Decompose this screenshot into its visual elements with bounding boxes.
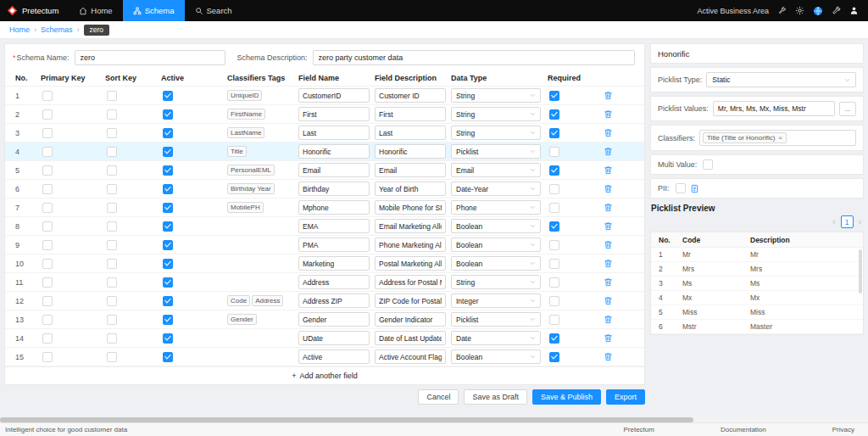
data-type-select[interactable]: String [451, 88, 541, 103]
preview-row[interactable]: 2 Mrs Mrs [651, 262, 863, 277]
field-name-input[interactable] [298, 219, 370, 233]
sort-key-checkbox[interactable] [107, 165, 117, 176]
active-checkbox[interactable] [163, 165, 173, 176]
remove-tag-icon[interactable]: × [778, 134, 782, 142]
active-checkbox[interactable] [163, 240, 173, 250]
delete-row-icon[interactable] [604, 240, 629, 249]
active-checkbox[interactable] [163, 109, 173, 120]
field-row[interactable]: 10 Boolean [5, 254, 644, 273]
pii-details-icon[interactable] [690, 184, 699, 193]
user-icon[interactable] [849, 6, 859, 15]
multi-value-checkbox[interactable] [703, 159, 713, 170]
sort-key-checkbox[interactable] [107, 147, 117, 157]
sort-key-checkbox[interactable] [107, 109, 117, 120]
field-row[interactable]: 4 Title Picklist [5, 143, 644, 161]
data-type-select[interactable]: Boolean [451, 238, 541, 252]
field-description-input[interactable] [375, 331, 446, 345]
active-checkbox[interactable] [163, 128, 173, 138]
field-description-input[interactable] [375, 275, 446, 289]
data-type-select[interactable]: Date-Year [451, 182, 541, 196]
picklist-type-select[interactable]: Static [706, 72, 856, 87]
field-description-input[interactable] [375, 182, 446, 196]
pagination-prev-icon[interactable]: ‹ [832, 217, 835, 226]
delete-row-icon[interactable] [604, 109, 629, 119]
required-checkbox[interactable] [549, 91, 559, 101]
field-description-input[interactable] [375, 293, 446, 308]
pii-checkbox[interactable] [676, 183, 686, 193]
required-checkbox[interactable] [549, 352, 559, 362]
delete-row-icon[interactable] [604, 352, 629, 361]
preview-scrollbar-thumb[interactable] [859, 249, 862, 293]
required-checkbox[interactable] [549, 259, 559, 269]
save-publish-button[interactable]: Save & Publish [532, 389, 601, 405]
field-name-input[interactable] [298, 144, 370, 159]
data-type-select[interactable]: String [451, 107, 541, 121]
field-row[interactable]: 1 UniqueID String [5, 87, 644, 105]
field-row[interactable]: 5 PersonalEML Email [5, 161, 644, 180]
sort-key-checkbox[interactable] [107, 333, 117, 344]
pagination-next-icon[interactable]: › [859, 217, 861, 226]
field-row[interactable]: 7 MobilePH Phone [5, 198, 644, 217]
data-type-select[interactable]: Boolean [451, 349, 541, 364]
primary-key-checkbox[interactable] [42, 128, 53, 138]
preview-row[interactable]: 3 Ms Ms [651, 277, 863, 291]
field-description-input[interactable] [375, 349, 446, 364]
field-name-input[interactable] [298, 163, 370, 177]
active-checkbox[interactable] [163, 203, 173, 213]
sort-key-checkbox[interactable] [107, 240, 117, 250]
required-checkbox[interactable] [549, 109, 559, 120]
field-description-input[interactable] [375, 163, 446, 177]
footer-link-pretectum[interactable]: Pretectum [623, 426, 654, 433]
field-row[interactable]: 15 Boolean [5, 348, 644, 366]
schema-name-input[interactable] [75, 50, 225, 65]
delete-row-icon[interactable] [604, 203, 629, 212]
primary-key-checkbox[interactable] [42, 259, 53, 269]
primary-key-checkbox[interactable] [42, 165, 53, 176]
schema-description-input[interactable] [313, 50, 635, 65]
primary-key-checkbox[interactable] [42, 203, 53, 213]
horizontal-scrollbar-thumb[interactable] [0, 417, 693, 422]
field-row[interactable]: 2 FirstName String [5, 105, 644, 124]
delete-row-icon[interactable] [604, 333, 629, 343]
active-checkbox[interactable] [163, 352, 173, 362]
field-row[interactable]: 11 String [5, 273, 644, 292]
cancel-button[interactable]: Cancel [418, 389, 459, 405]
picklist-values-more-button[interactable]: ... [839, 102, 856, 116]
preview-row[interactable]: 5 Miss Miss [651, 305, 863, 320]
add-field-button[interactable]: + Add another field [5, 366, 644, 384]
save-draft-button[interactable]: Save as Draft [464, 389, 527, 405]
data-type-select[interactable]: Phone [451, 200, 541, 215]
primary-key-checkbox[interactable] [42, 91, 53, 101]
primary-key-checkbox[interactable] [42, 333, 53, 344]
field-name-input[interactable] [298, 275, 370, 289]
delete-row-icon[interactable] [604, 315, 629, 324]
gear-icon[interactable] [795, 6, 804, 15]
nav-item-schema[interactable]: Schema [123, 0, 185, 21]
field-row[interactable]: 14 Date [5, 329, 644, 348]
primary-key-checkbox[interactable] [42, 221, 53, 232]
field-description-input[interactable] [375, 88, 446, 103]
brand[interactable]: Pretectum [0, 5, 69, 16]
delete-row-icon[interactable] [604, 184, 629, 193]
required-checkbox[interactable] [549, 128, 559, 138]
data-type-select[interactable]: Boolean [451, 256, 541, 271]
delete-row-icon[interactable] [604, 221, 629, 231]
primary-key-checkbox[interactable] [42, 147, 53, 157]
sort-key-checkbox[interactable] [107, 184, 117, 194]
field-name-input[interactable] [298, 331, 370, 345]
preview-row[interactable]: 4 Mx Mx [651, 291, 863, 305]
required-checkbox[interactable] [549, 240, 559, 250]
field-description-input[interactable] [375, 219, 446, 233]
field-name-input[interactable] [298, 238, 370, 252]
required-checkbox[interactable] [549, 165, 559, 176]
sort-key-checkbox[interactable] [107, 91, 117, 101]
active-checkbox[interactable] [163, 333, 173, 344]
required-checkbox[interactable] [549, 147, 559, 157]
sort-key-checkbox[interactable] [107, 296, 117, 306]
picklist-values-input[interactable] [713, 101, 835, 116]
required-checkbox[interactable] [549, 315, 559, 325]
delete-row-icon[interactable] [604, 277, 629, 287]
field-row[interactable]: 8 Boolean [5, 217, 644, 236]
data-type-select[interactable]: Picklist [451, 144, 541, 159]
nav-item-search[interactable]: Search [185, 0, 242, 21]
